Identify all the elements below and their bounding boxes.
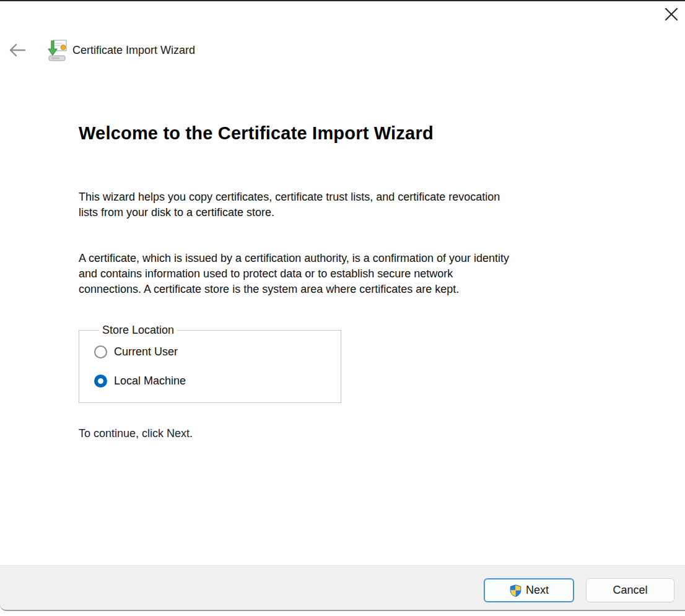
cancel-button[interactable]: Cancel <box>586 578 674 602</box>
next-button[interactable]: Next <box>484 578 574 602</box>
next-button-label: Next <box>526 584 549 597</box>
description-line: connections. A certificate store is the … <box>79 282 509 297</box>
footer-bar: Next Cancel <box>0 565 685 611</box>
uac-shield-icon <box>509 584 522 597</box>
certificate-import-icon <box>46 38 68 63</box>
window-top-border <box>0 0 685 1</box>
back-arrow-icon <box>7 40 27 62</box>
radio-circle-local-machine[interactable] <box>94 375 107 388</box>
description-line: and contains information used to protect… <box>79 266 509 282</box>
radio-local-machine[interactable]: Local Machine <box>94 373 341 388</box>
intro-line: This wizard helps you copy certificates,… <box>79 189 500 205</box>
instruction-text: To continue, click Next. <box>79 427 193 440</box>
window-title: Certificate Import Wizard <box>72 44 195 57</box>
close-button[interactable] <box>661 5 681 25</box>
back-button[interactable] <box>7 40 28 61</box>
store-location-group: Store Location Current User Local Machin… <box>79 324 341 403</box>
cancel-button-label: Cancel <box>613 584 647 597</box>
description-line: A certificate, which is issued by a cert… <box>79 251 509 266</box>
intro-line: lists from your disk to a certificate st… <box>79 205 500 220</box>
store-location-fieldset: Store Location Current User Local Machin… <box>79 324 341 403</box>
close-icon <box>663 6 679 24</box>
radio-label-local-machine: Local Machine <box>114 375 186 388</box>
radio-label-current-user: Current User <box>114 345 178 358</box>
intro-paragraph: This wizard helps you copy certificates,… <box>79 189 500 220</box>
page-title: Welcome to the Certificate Import Wizard <box>79 123 434 144</box>
description-paragraph: A certificate, which is issued by a cert… <box>79 251 509 297</box>
radio-circle-current-user[interactable] <box>94 345 107 358</box>
store-location-legend: Store Location <box>99 324 177 337</box>
certificate-import-wizard-window: Certificate Import Wizard Welcome to the… <box>0 0 685 616</box>
radio-current-user[interactable]: Current User <box>94 344 341 359</box>
